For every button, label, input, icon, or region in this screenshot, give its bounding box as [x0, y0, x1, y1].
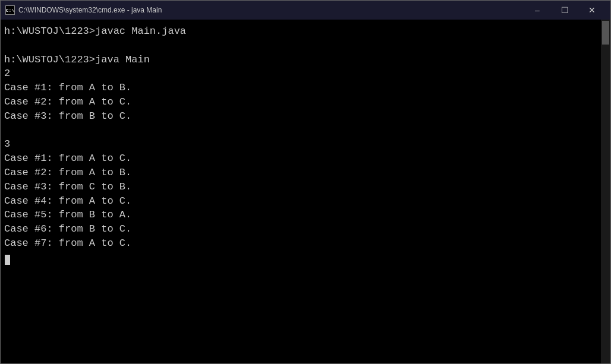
title-bar-controls: – ☐ ✕ [524, 1, 606, 20]
minimize-button[interactable]: – [524, 1, 551, 20]
close-button[interactable]: ✕ [578, 1, 606, 20]
window-title: C:\WINDOWS\system32\cmd.exe - java Main [18, 6, 162, 14]
cursor [5, 255, 10, 265]
title-bar: C:\ C:\WINDOWS\system32\cmd.exe - java M… [1, 1, 610, 20]
terminal-body[interactable]: h:\WUSTOJ\1223>javac Main.java h:\WUSTOJ… [1, 20, 610, 363]
title-bar-left: C:\ C:\WINDOWS\system32\cmd.exe - java M… [5, 5, 162, 15]
scrollbar[interactable] [601, 20, 610, 363]
terminal-output: h:\WUSTOJ\1223>javac Main.java h:\WUSTOJ… [4, 24, 608, 265]
cmd-icon: C:\ [5, 5, 15, 15]
cmd-window: C:\ C:\WINDOWS\system32\cmd.exe - java M… [0, 0, 611, 364]
maximize-button[interactable]: ☐ [551, 1, 578, 20]
scrollbar-thumb[interactable] [602, 21, 609, 45]
